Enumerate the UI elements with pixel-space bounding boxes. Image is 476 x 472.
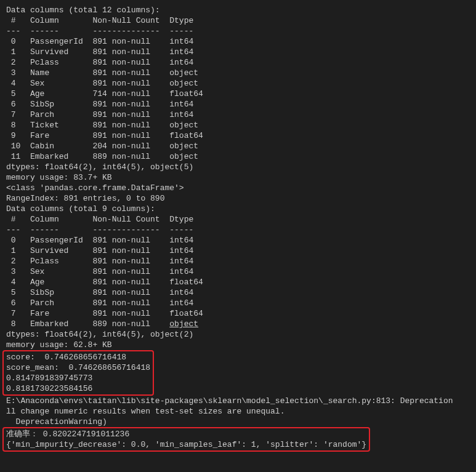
df2-row: 0 PassengerId 891 non-null int64 <box>6 236 203 245</box>
score-line: score: 0.746268656716418 <box>6 353 126 362</box>
df1-row: 5 Age 714 non-null float64 <box>6 89 203 98</box>
df1-row: 1 Survived 891 non-null int64 <box>6 47 203 57</box>
df1-row: 8 Ticket 891 non-null object <box>6 121 203 130</box>
df1-memory: memory usage: 83.7+ KB <box>6 173 112 182</box>
df1-row: 4 Sex 891 non-null object <box>6 79 203 88</box>
warning-line: DeprecationWarning) <box>6 417 107 426</box>
value-line: 0.8181730223584156 <box>6 384 92 393</box>
value-line: 0.8147891839745773 <box>6 374 92 383</box>
df2-row: 3 Sex 891 non-null int64 <box>6 267 203 276</box>
class-line: <class 'pandas.core.frame.DataFrame'> <box>6 183 184 193</box>
df1-row: 3 Name 891 non-null object <box>6 68 203 78</box>
accuracy-line: 准确率： 0.8202247191011236 <box>6 430 129 439</box>
df2-memory: memory usage: 62.8+ KB <box>6 340 112 350</box>
df1-row: 2 Pclass 891 non-null int64 <box>6 58 203 67</box>
df1-row: 11 Embarked 889 non-null object <box>6 152 203 161</box>
df1-divider: --- ------ -------------- ----- <box>6 26 203 36</box>
df1-dtypes: dtypes: float64(2), int64(5), object(5) <box>6 162 193 172</box>
params-line: {'min_impurity_decrease': 0.0, 'min_samp… <box>6 440 366 449</box>
warning-line: ll change numeric results when test-set … <box>6 407 284 416</box>
df2-dtypes: dtypes: float64(2), int64(5), object(2) <box>6 330 193 339</box>
df2-row: 5 SibSp 891 non-null int64 <box>6 288 203 297</box>
warning-line: E:\Anaconda\envs\taitan\lib\site-package… <box>6 396 453 406</box>
terminal-output[interactable]: Data columns (total 12 columns): # Colum… <box>0 0 476 457</box>
df1-header: Data columns (total 12 columns): <box>6 6 160 15</box>
df1-row: 6 SibSp 891 non-null int64 <box>6 100 203 109</box>
df2-row: 2 Pclass 891 non-null int64 <box>6 257 203 266</box>
df2-col-header: # Column Non-Null Count Dtype <box>6 215 203 224</box>
score-mean-line: score_mean: 0.746268656716418 <box>6 363 150 372</box>
df2-row: 6 Parch 891 non-null int64 <box>6 298 203 308</box>
highlight-box-2: 准确率： 0.8202247191011236 {'min_impurity_d… <box>2 427 370 452</box>
dtype-object-underlined: object <box>169 319 198 329</box>
df2-divider: --- ------ -------------- ----- <box>6 225 203 234</box>
highlight-box-1: score: 0.746268656716418 score_mean: 0.7… <box>2 350 154 396</box>
df1-row: 9 Fare 891 non-null float64 <box>6 131 203 140</box>
df1-row: 7 Parch 891 non-null int64 <box>6 110 203 119</box>
df2-header: Data columns (total 9 columns): <box>6 204 155 214</box>
df1-col-header: # Column Non-Null Count Dtype <box>6 16 203 25</box>
df2-row: 4 Age 891 non-null float64 <box>6 278 203 287</box>
df2-row: 7 Fare 891 non-null float64 <box>6 309 203 318</box>
df1-row: 0 PassengerId 891 non-null int64 <box>6 37 203 46</box>
df1-row: 10 Cabin 204 non-null object <box>6 142 203 151</box>
df2-row: 1 Survived 891 non-null int64 <box>6 246 203 255</box>
range-index-line: RangeIndex: 891 entries, 0 to 890 <box>6 194 164 203</box>
df2-row-8: 8 Embarked 889 non-null object <box>6 319 198 329</box>
